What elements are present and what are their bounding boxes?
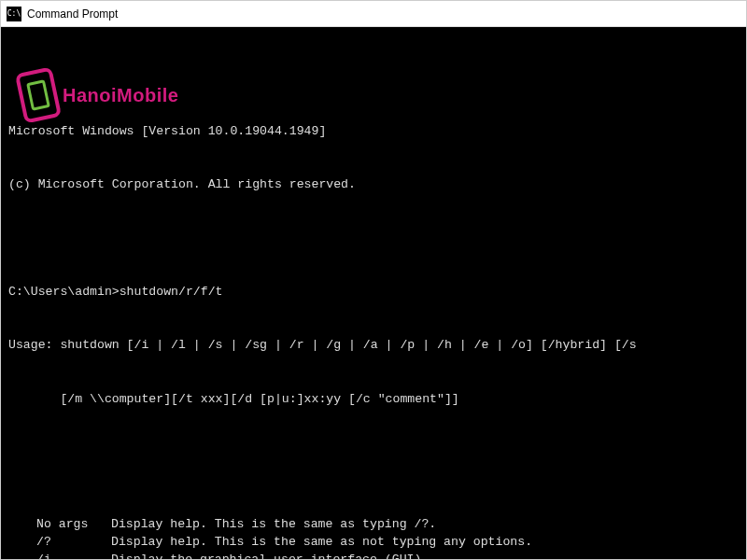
- help-row: /?Display help. This is the same as not …: [8, 533, 739, 551]
- blank-line: [8, 230, 739, 247]
- titlebar[interactable]: C:\ Command Prompt: [1, 1, 746, 27]
- banner-line: Microsoft Windows [Version 10.0.19044.19…: [8, 122, 739, 140]
- help-flag: /?: [8, 533, 111, 551]
- prompt-line: C:\Users\admin>shutdown/r/f/t: [8, 283, 739, 301]
- terminal-area[interactable]: HanoiMobile Microsoft Windows [Version 1…: [1, 27, 746, 559]
- banner-line: (c) Microsoft Corporation. All rights re…: [8, 175, 739, 193]
- command-prompt-window: C:\ Command Prompt HanoiMobile Microsoft…: [0, 0, 747, 560]
- help-block: No argsDisplay help. This is the same as…: [8, 515, 739, 559]
- window-title: Command Prompt: [27, 7, 118, 21]
- help-flag: No args: [8, 515, 111, 533]
- help-desc: Display the graphical user interface (GU…: [111, 551, 429, 559]
- help-desc: Display help. This is the same as not ty…: [111, 533, 532, 551]
- usage-line: Usage: shutdown [/i | /l | /s | /sg | /r…: [8, 336, 739, 354]
- cmd-icon: C:\: [7, 7, 21, 21]
- watermark-text: HanoiMobile: [63, 87, 178, 104]
- phone-icon: [15, 67, 62, 124]
- help-desc: Display help. This is the same as typing…: [111, 515, 436, 533]
- help-flag: /i: [8, 551, 111, 559]
- usage-line: [/m \\computer][/t xxx][/d [p|u:]xx:yy […: [8, 390, 739, 408]
- help-row: /iDisplay the graphical user interface (…: [8, 551, 739, 559]
- help-row: No argsDisplay help. This is the same as…: [8, 515, 739, 533]
- blank-line: [8, 443, 739, 461]
